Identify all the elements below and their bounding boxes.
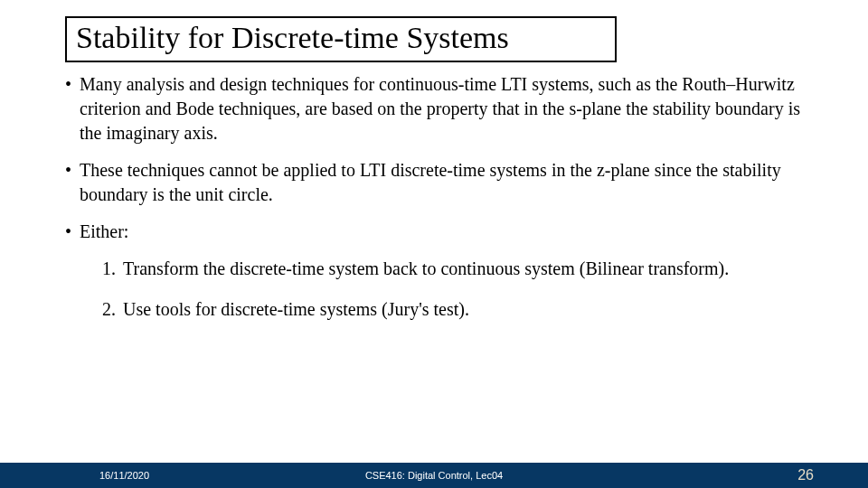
list-number: 1.	[98, 257, 123, 281]
bullet-item: These techniques cannot be applied to LT…	[65, 158, 807, 207]
list-text: Transform the discrete-time system back …	[123, 257, 807, 281]
bullet-item: Either:	[65, 220, 807, 244]
footer-date: 16/11/2020	[99, 470, 149, 481]
list-number: 2.	[98, 297, 123, 322]
footer-page-number: 26	[797, 467, 814, 483]
list-item: 2. Use tools for discrete-time systems (…	[98, 297, 807, 322]
slide-body: Many analysis and design techniques for …	[65, 72, 807, 338]
numbered-list: 1. Transform the discrete-time system ba…	[98, 257, 807, 322]
list-text: Use tools for discrete-time systems (Jur…	[123, 297, 807, 322]
slide-title: Stability for Discrete-time Systems	[76, 20, 606, 55]
slide: Stability for Discrete-time Systems Many…	[0, 0, 868, 488]
list-item: 1. Transform the discrete-time system ba…	[98, 257, 807, 281]
footer-course: CSE416: Digital Control, Lec04	[365, 470, 503, 481]
footer-bar: 16/11/2020 CSE416: Digital Control, Lec0…	[0, 463, 868, 488]
slide-title-box: Stability for Discrete-time Systems	[65, 16, 617, 62]
bullet-item: Many analysis and design techniques for …	[65, 72, 807, 145]
